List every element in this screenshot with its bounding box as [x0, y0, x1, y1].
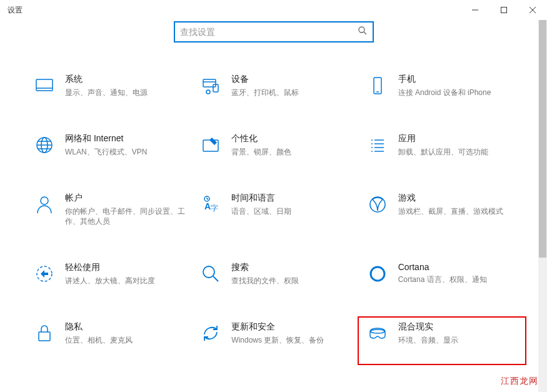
category-title: 手机 [398, 74, 521, 85]
category-desc: WLAN、飞行模式、VPN [65, 147, 188, 158]
scrollbar-thumb[interactable] [539, 20, 546, 258]
svg-text:A: A [204, 201, 211, 211]
svg-rect-39 [39, 332, 50, 341]
category-desc: 讲述人、放大镜、高对比度 [65, 276, 188, 286]
svg-line-33 [207, 199, 208, 199]
category-personalization[interactable]: 个性化背景、锁屏、颜色 [199, 132, 355, 159]
personalization-icon [200, 134, 221, 156]
category-time-language[interactable]: A字 时间和语言语音、区域、日期 [199, 191, 355, 229]
svg-rect-12 [374, 78, 381, 94]
category-desc: Windows 更新、恢复、备份 [231, 335, 354, 346]
category-desc: 环境、音频、显示 [398, 335, 521, 346]
category-title: Cortana [398, 262, 521, 272]
category-desc: 背景、锁屏、颜色 [231, 147, 354, 158]
search-icon[interactable] [358, 26, 368, 38]
svg-line-5 [364, 32, 366, 34]
svg-point-11 [206, 90, 210, 94]
titlebar: 设置 [0, 0, 547, 20]
category-title: 轻松使用 [65, 262, 188, 273]
category-desc: 连接 Android 设备和 iPhone [398, 88, 521, 98]
category-update[interactable]: 更新和安全Windows 更新、恢复、备份 [199, 320, 355, 347]
category-privacy[interactable]: 隐私位置、相机、麦克风 [33, 320, 189, 347]
time-language-icon: A字 [200, 194, 221, 215]
category-cortana[interactable]: CortanaCortana 语言、权限、通知 [366, 261, 522, 288]
category-desc: 蓝牙、打印机、鼠标 [231, 88, 354, 98]
category-title: 网络和 Internet [65, 133, 188, 144]
close-button[interactable] [518, 0, 547, 20]
svg-rect-6 [36, 79, 53, 91]
mixed-reality-icon [367, 323, 388, 344]
cortana-icon [367, 263, 388, 284]
category-title: 系统 [65, 74, 188, 85]
devices-icon [200, 75, 221, 96]
category-system[interactable]: 系统显示、声音、通知、电源 [33, 73, 189, 99]
system-icon [34, 75, 55, 96]
category-title: 搜索 [231, 262, 354, 273]
category-desc: 显示、声音、通知、电源 [65, 88, 188, 98]
xbox-icon [367, 194, 388, 215]
lock-icon [34, 323, 55, 344]
category-ease-of-access[interactable]: 轻松使用讲述人、放大镜、高对比度 [33, 261, 189, 288]
category-phone[interactable]: 手机连接 Android 设备和 iPhone [366, 73, 522, 99]
category-title: 设备 [231, 74, 354, 85]
vertical-scrollbar[interactable] [538, 20, 547, 392]
svg-rect-1 [501, 8, 507, 13]
category-desc: 查找我的文件、权限 [231, 276, 354, 286]
category-gaming[interactable]: 游戏游戏栏、截屏、直播、游戏模式 [366, 191, 522, 229]
update-icon [200, 323, 221, 344]
category-title: 应用 [398, 133, 521, 144]
category-search[interactable]: 搜索查找我的文件、权限 [199, 261, 355, 288]
category-desc: 语音、区域、日期 [231, 206, 354, 217]
category-network[interactable]: 网络和 InternetWLAN、飞行模式、VPN [33, 132, 189, 159]
category-title: 混合现实 [398, 321, 521, 333]
phone-icon [367, 75, 388, 96]
category-title: 隐私 [65, 321, 188, 333]
category-title: 游戏 [398, 193, 521, 204]
category-title: 时间和语言 [231, 193, 354, 204]
category-desc: 游戏栏、截屏、直播、游戏模式 [398, 206, 521, 217]
svg-point-36 [203, 266, 214, 278]
category-apps[interactable]: 应用卸载、默认应用、可选功能 [366, 132, 522, 159]
category-desc: Cortana 语言、权限、通知 [398, 274, 521, 285]
ease-icon [34, 263, 55, 284]
search-box[interactable] [174, 21, 374, 43]
category-title: 个性化 [231, 133, 354, 144]
minimize-button[interactable] [461, 0, 489, 20]
category-desc: 卸载、默认应用、可选功能 [398, 147, 521, 158]
svg-point-38 [371, 267, 384, 281]
svg-point-28 [41, 197, 48, 204]
window-title: 设置 [8, 5, 23, 16]
apps-icon [367, 134, 388, 156]
search-container [0, 21, 547, 43]
categories-grid: 系统显示、声音、通知、电源 设备蓝牙、打印机、鼠标 手机连接 Android 设… [0, 73, 547, 347]
category-mixed-reality[interactable]: 混合现实环境、音频、显示 [366, 320, 522, 347]
window-controls [461, 0, 547, 20]
search-input[interactable] [180, 27, 358, 37]
svg-rect-8 [203, 79, 216, 87]
maximize-button[interactable] [489, 0, 518, 20]
search-category-icon [200, 263, 221, 284]
svg-line-37 [213, 276, 218, 281]
globe-icon [34, 134, 55, 156]
svg-text:字: 字 [211, 204, 218, 213]
svg-point-4 [359, 27, 364, 33]
svg-point-40 [371, 329, 384, 333]
category-desc: 位置、相机、麦克风 [65, 335, 188, 346]
person-icon [34, 194, 55, 215]
category-accounts[interactable]: 帐户你的帐户、电子邮件、同步设置、工作、其他人员 [33, 191, 189, 229]
watermark-text: 江西龙网 [501, 376, 538, 387]
category-desc: 你的帐户、电子邮件、同步设置、工作、其他人员 [65, 206, 188, 228]
category-title: 帐户 [65, 193, 188, 204]
category-devices[interactable]: 设备蓝牙、打印机、鼠标 [199, 73, 355, 99]
category-title: 更新和安全 [231, 321, 354, 333]
